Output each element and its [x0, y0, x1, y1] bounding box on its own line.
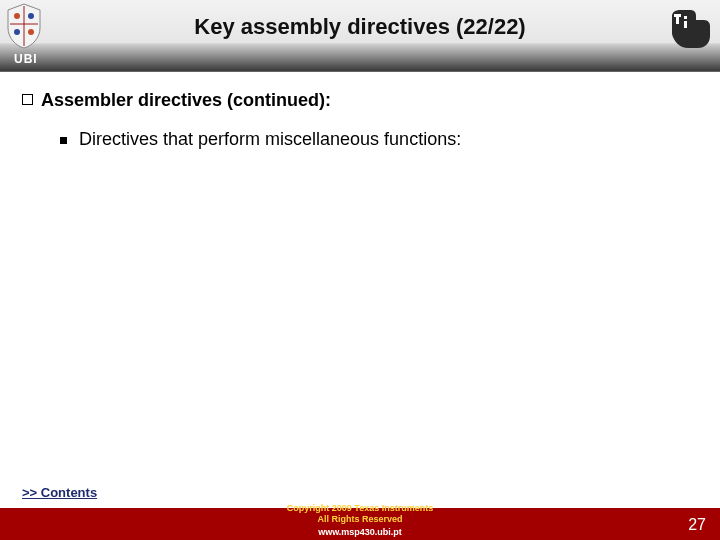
- hollow-square-bullet-icon: [22, 94, 33, 105]
- copyright-line1: Copyright 2009 Texas Instruments: [240, 503, 480, 514]
- filled-square-bullet-icon: [60, 137, 67, 144]
- bullet-level2: Directives that perform miscellaneous fu…: [22, 129, 698, 150]
- slide-header: UBI Key assembly directives (22/22): [0, 0, 720, 72]
- svg-rect-5: [674, 14, 681, 17]
- svg-rect-6: [684, 16, 687, 19]
- slide-footer: Copyright 2009 Texas Instruments All Rig…: [0, 508, 720, 540]
- bullet-level1: Assembler directives (continued):: [22, 90, 698, 111]
- ubi-label: UBI: [14, 52, 38, 66]
- copyright-box: Copyright 2009 Texas Instruments All Rig…: [240, 503, 480, 538]
- bullet-level2-text: Directives that perform miscellaneous fu…: [79, 129, 461, 150]
- slide-body: Assembler directives (continued): Direct…: [0, 72, 720, 508]
- site-url: www.msp430.ubi.pt: [240, 527, 480, 538]
- page-number: 27: [688, 516, 706, 534]
- contents-link[interactable]: >> Contents: [22, 485, 97, 500]
- copyright-line2: All Rights Reserved: [240, 514, 480, 525]
- page-title: Key assembly directives (22/22): [0, 14, 720, 40]
- svg-rect-7: [684, 21, 687, 28]
- slide: UBI Key assembly directives (22/22) Asse…: [0, 0, 720, 540]
- bullet-level1-text: Assembler directives (continued):: [41, 90, 331, 111]
- ti-logo-icon: [666, 6, 712, 52]
